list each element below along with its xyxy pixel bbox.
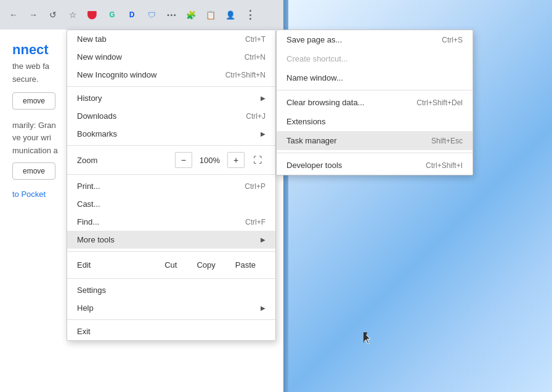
zoom-row: Zoom − 100% + ⛶ xyxy=(67,148,275,172)
history-arrow-icon: ▶ xyxy=(261,95,266,102)
submenu-item-clear-browsing[interactable]: Clear browsing data... Ctrl+Shift+Del xyxy=(277,93,473,112)
remove-button-1[interactable]: emove xyxy=(12,92,55,110)
edit-row: Edit Cut Copy Paste xyxy=(67,254,275,276)
separator-1 xyxy=(67,86,275,87)
submenu-item-create-shortcut[interactable]: Create shortcut... xyxy=(277,49,473,68)
menu-icon[interactable]: ⋮ xyxy=(242,6,259,23)
separator-2 xyxy=(67,145,275,146)
menu-item-more-tools[interactable]: More tools ▶ xyxy=(67,231,275,249)
help-arrow-icon: ▶ xyxy=(261,305,266,311)
fullscreen-icon[interactable]: ⛶ xyxy=(250,152,266,168)
zoom-plus-button[interactable]: + xyxy=(227,152,245,168)
profile-icon[interactable]: 👤 xyxy=(222,6,239,23)
separator-6 xyxy=(67,319,275,320)
menu-item-bookmarks[interactable]: Bookmarks ▶ xyxy=(67,125,275,143)
dashlane-icon[interactable]: D xyxy=(123,6,140,23)
submenu-separator-1 xyxy=(277,90,473,90)
submenu-item-extensions[interactable]: Extensions xyxy=(277,112,473,131)
shield-icon[interactable]: 🛡 xyxy=(143,6,160,23)
submenu-item-task-manager[interactable]: Task manager Shift+Esc xyxy=(277,131,473,150)
zoom-value: 100% xyxy=(192,156,227,165)
menu-item-print[interactable]: Print... Ctrl+P xyxy=(67,177,275,195)
menu-item-downloads[interactable]: Downloads Ctrl+J xyxy=(67,107,275,125)
menu-item-help[interactable]: Help ▶ xyxy=(67,299,275,317)
pocket2-icon[interactable]: 📋 xyxy=(202,6,219,23)
grammarly-icon[interactable]: G xyxy=(104,6,121,23)
submenu-item-name-window[interactable]: Name window... xyxy=(277,68,473,87)
more-tools-arrow-icon: ▶ xyxy=(261,236,266,243)
menu-item-new-incognito[interactable]: New Incognito window Ctrl+Shift+N xyxy=(67,66,275,84)
submenu-separator-2 xyxy=(277,153,473,153)
extension-dots-icon[interactable]: ⋯ xyxy=(163,6,180,23)
paste-button[interactable]: Paste xyxy=(225,258,266,272)
submenu-item-save-page[interactable]: Save page as... Ctrl+S xyxy=(277,30,473,49)
submenu-item-developer-tools[interactable]: Developer tools Ctrl+Shift+I xyxy=(277,156,473,175)
menu-item-new-window[interactable]: New window Ctrl+N xyxy=(67,48,275,66)
separator-4 xyxy=(67,251,275,252)
menu-item-new-tab[interactable]: New tab Ctrl+T xyxy=(67,30,275,48)
reload-icon[interactable]: ↺ xyxy=(44,6,62,23)
menu-item-settings[interactable]: Settings xyxy=(67,281,275,299)
cut-button[interactable]: Cut xyxy=(155,258,187,272)
zoom-minus-button[interactable]: − xyxy=(175,152,192,168)
copy-button[interactable]: Copy xyxy=(187,258,225,272)
star-icon[interactable]: ☆ xyxy=(64,6,81,23)
menu-item-cast[interactable]: Cast... xyxy=(67,195,275,213)
more-tools-submenu: Save page as... Ctrl+S Create shortcut..… xyxy=(276,30,473,175)
separator-3 xyxy=(67,174,275,175)
menu-item-history[interactable]: History ▶ xyxy=(67,89,275,107)
forward-icon[interactable]: → xyxy=(25,6,42,23)
remove-button-2[interactable]: emove xyxy=(12,162,55,180)
browser-toolbar: ← → ↺ ☆ G D 🛡 ⋯ 🧩 📋 👤 ⋮ xyxy=(0,0,283,30)
bookmarks-arrow-icon: ▶ xyxy=(261,130,266,137)
edit-label: Edit xyxy=(77,260,91,270)
menu-item-exit[interactable]: Exit xyxy=(67,322,275,340)
pocket-icon[interactable] xyxy=(84,6,101,23)
puzzle-icon[interactable]: 🧩 xyxy=(182,6,200,23)
mouse-cursor xyxy=(363,332,371,345)
menu-item-find[interactable]: Find... Ctrl+F xyxy=(67,213,275,231)
separator-5 xyxy=(67,278,275,279)
main-menu: New tab Ctrl+T New window Ctrl+N New Inc… xyxy=(67,30,276,341)
back-icon[interactable]: ← xyxy=(5,6,22,23)
